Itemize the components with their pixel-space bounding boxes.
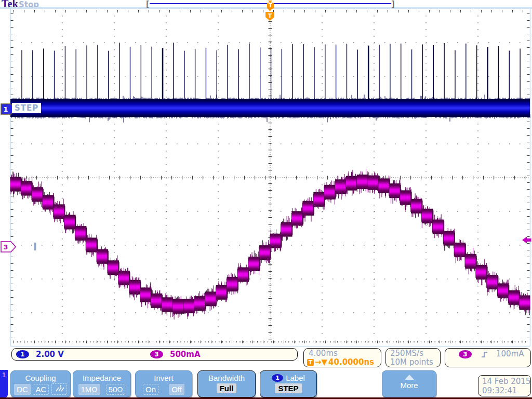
label-title: Label [286, 374, 305, 382]
channel-scale-readout: 1 2.00 V 3 500mA [11, 348, 298, 361]
ch3-badge: 3 [150, 350, 163, 358]
up-arrow-icon [405, 375, 414, 380]
impedance-option-50ohm[interactable]: 50Ω [106, 384, 126, 395]
sample-rate: 250MS/s [390, 349, 423, 358]
coupling-title: Coupling [11, 374, 70, 382]
invert-title: Invert [136, 374, 192, 382]
invert-button[interactable]: Invert On Off [135, 370, 192, 397]
graticule-grid [11, 11, 529, 343]
label-button[interactable]: 1 Label STEP [260, 370, 317, 397]
oscilloscope-screen: 1 3 T Tek Stop [ ] T STEP 1 2.00 V [0, 0, 532, 399]
menu-channel-tab[interactable]: 1 [0, 370, 8, 398]
trigger-delay-arrows: →▼ [315, 357, 327, 367]
ch1-scale: 2.00 V [36, 350, 64, 359]
ch3-trace-edge-tick [34, 243, 36, 250]
acq-right-bracket: ] [391, 0, 396, 9]
bandwidth-button[interactable]: Bandwidth Full [197, 370, 256, 397]
invert-option-on[interactable]: On [143, 384, 158, 395]
trigger-level: 100mA [496, 350, 524, 358]
timebase-readout: 4.00ms T→▼40.0000ns [303, 348, 381, 367]
timebase-scale: 4.00ms [309, 349, 338, 358]
time-text: 09:32:41 [482, 386, 530, 395]
impedance-button[interactable]: Impedance 1MΩ 50Ω [73, 370, 131, 397]
trigger-readout: 3 100mA [445, 348, 531, 367]
coupling-option-ac[interactable]: AC [33, 384, 49, 395]
trigger-marker-symbol: T [268, 12, 272, 19]
label-value: STEP [275, 383, 301, 393]
ground-icon [54, 384, 64, 392]
trigger-t-icon: T [307, 359, 314, 366]
ch3-marker-number: 3 [3, 243, 8, 251]
invert-option-off[interactable]: Off [169, 384, 184, 395]
ch3-position-marker[interactable]: 3 [1, 242, 16, 252]
trigger-source-badge: 3 [459, 350, 472, 358]
trigger-position-marker[interactable]: T [265, 8, 274, 21]
trigger-delay-value: 40.0000ns [328, 357, 374, 367]
bandwidth-title: Bandwidth [198, 374, 255, 382]
coupling-option-ground[interactable] [51, 383, 67, 395]
ch1-marker-number: 1 [3, 105, 8, 113]
scope-display: 1 3 T [0, 0, 532, 399]
acq-left-bracket: [ [145, 0, 150, 9]
date-text: 14 Feb 2015 [482, 377, 530, 386]
ch1-trace-label: STEP [12, 103, 41, 113]
datetime-readout: 14 Feb 2015 09:32:41 [478, 375, 531, 396]
ch3-scale: 500mA [170, 350, 201, 359]
acq-trigger-icon[interactable]: T [267, 3, 274, 9]
top-divider-strip [0, 7, 532, 9]
ch3-waveform [10, 169, 530, 320]
more-button[interactable]: More [382, 370, 436, 397]
impedance-title: Impedance [73, 374, 130, 382]
bandwidth-value: Full [217, 383, 237, 393]
trigger-delay-readout: T→▼40.0000ns [307, 357, 374, 367]
rising-edge-slope-icon [481, 350, 489, 359]
label-channel-badge: 1 [272, 374, 283, 382]
coupling-button[interactable]: Coupling DC AC [10, 370, 71, 397]
record-length: 10M points [390, 358, 433, 367]
more-label: More [382, 381, 436, 390]
impedance-option-1mohm[interactable]: 1MΩ [78, 384, 100, 395]
ch1-badge: 1 [16, 350, 29, 358]
coupling-option-dc[interactable]: DC [14, 384, 31, 395]
acquisition-readout: 250MS/s 10M points [385, 348, 441, 367]
